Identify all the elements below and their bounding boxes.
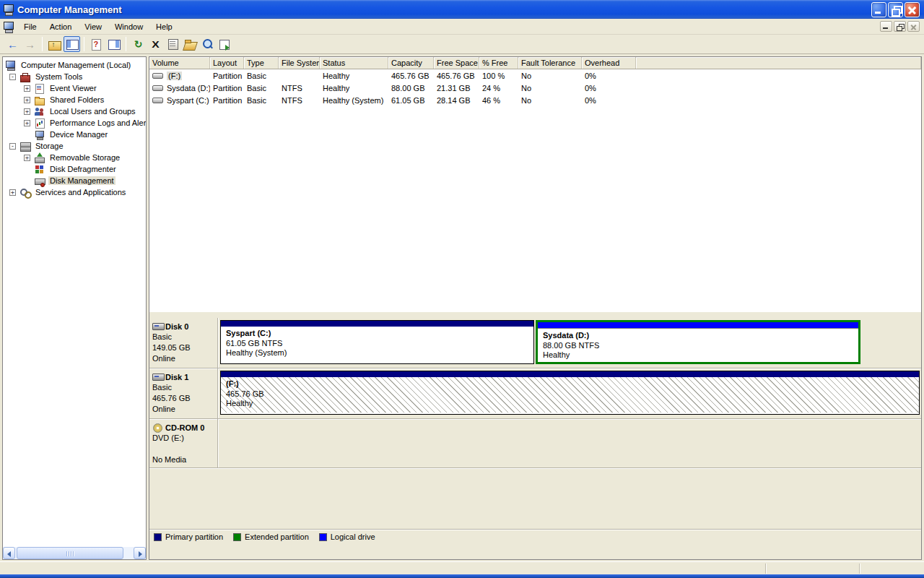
tree-horizontal-scrollbar[interactable] [3, 547, 146, 559]
volume-row-f[interactable]: (F:) Partition Basic Healthy 465.76 GB 4… [149, 69, 921, 82]
tree-item-label: Removable Storage [48, 153, 121, 162]
primary-partition-stripe [221, 371, 919, 377]
child-minimize-button[interactable] [880, 21, 892, 32]
cdrom0-label[interactable]: CD-ROM 0 DVD (E:) No Media [149, 419, 218, 467]
column-header-pct-free[interactable]: % Free [479, 57, 518, 69]
show-hide-console-tree-icon[interactable] [64, 36, 80, 52]
column-header-type[interactable]: Type [244, 57, 279, 69]
tree-item-label: Shared Folders [48, 95, 105, 104]
logical-drive-swatch [319, 533, 327, 541]
computer-management-window: Computer Management File Action View Win… [0, 0, 924, 578]
tree-item-label: Device Manager [48, 130, 109, 139]
tree-item-label: Disk Defragmenter [48, 165, 118, 173]
tree-item-system-tools[interactable]: - System Tools [3, 71, 146, 82]
scroll-right-icon[interactable] [134, 547, 146, 559]
tree-item-services-and-applications[interactable]: + Services and Applications [3, 186, 146, 198]
tree-item-disk-defragmenter[interactable]: Disk Defragmenter [3, 163, 146, 175]
menu-help[interactable]: Help [149, 20, 179, 33]
partition-syspart-c[interactable]: Syspart (C:) 61.05 GB NTFS Healthy (Syst… [220, 320, 534, 364]
child-restore-button[interactable] [894, 21, 906, 32]
expand-toggle[interactable]: + [24, 97, 30, 103]
toolbar: ← → ↻ X [0, 35, 924, 54]
menu-window[interactable]: Window [108, 20, 149, 33]
event-viewer-icon [34, 83, 45, 94]
column-header-capacity[interactable]: Capacity [388, 57, 434, 69]
removable-storage-icon [34, 152, 45, 163]
disk-defragmenter-icon [34, 164, 45, 175]
volume-row-sysdata-d[interactable]: Sysdata (D:) Partition Basic NTFS Health… [149, 82, 921, 94]
up-one-level-icon[interactable] [46, 36, 63, 52]
disk1-label[interactable]: Disk 1 Basic 465.76 GB Online [149, 368, 218, 418]
menu-action[interactable]: Action [43, 20, 79, 33]
tree-item-storage[interactable]: - Storage [3, 140, 146, 152]
tree-item-local-users-and-groups[interactable]: + Local Users and Groups [3, 105, 146, 117]
volume-list-header: Volume Layout Type File System Status Ca… [149, 57, 921, 69]
forward-icon[interactable]: → [22, 36, 38, 52]
column-header-overhead[interactable]: Overhead [582, 57, 636, 69]
device-manager-icon [34, 129, 45, 140]
export-list-icon[interactable] [217, 36, 233, 52]
partition-f-selected[interactable]: (F:) 465.76 GB Healthy [220, 371, 920, 415]
tree-item-device-manager[interactable]: Device Manager [3, 129, 146, 140]
disk0-label[interactable]: Disk 0 Basic 149.05 GB Online [149, 318, 218, 368]
tree-item-label: System Tools [34, 72, 84, 81]
delete-icon[interactable]: X [147, 36, 164, 52]
scrollbar-thumb[interactable] [17, 547, 123, 559]
help-icon[interactable] [88, 36, 105, 52]
tree-item-event-viewer[interactable]: + Event Viewer [3, 82, 146, 94]
tree-item-performance-logs[interactable]: + Performance Logs and Alerts [3, 117, 146, 129]
find-icon[interactable] [199, 36, 216, 52]
show-hide-detail-pane-icon[interactable] [105, 36, 122, 52]
tree-item-computer-management[interactable]: Computer Management (Local) [3, 59, 146, 71]
tree-item-disk-management[interactable]: Disk Management [3, 175, 146, 186]
expand-toggle[interactable]: + [9, 189, 16, 196]
titlebar[interactable]: Computer Management [0, 0, 924, 19]
disk-icon [152, 321, 164, 332]
restore-button[interactable] [888, 2, 903, 17]
expand-toggle[interactable]: + [24, 155, 30, 161]
volume-icon [152, 82, 164, 93]
console-icon [3, 21, 14, 33]
expand-toggle[interactable]: + [24, 108, 30, 115]
menu-view[interactable]: View [78, 20, 108, 33]
tree-item-shared-folders[interactable]: + Shared Folders [3, 94, 146, 105]
minimize-button[interactable] [871, 2, 886, 17]
properties-icon[interactable] [165, 36, 181, 52]
tree-item-removable-storage[interactable]: + Removable Storage [3, 152, 146, 163]
collapse-toggle[interactable]: - [9, 74, 16, 80]
expand-toggle[interactable]: + [24, 85, 30, 92]
child-close-button-disabled [907, 21, 920, 32]
volume-row-syspart-c[interactable]: Syspart (C:) Partition Basic NTFS Health… [149, 94, 921, 106]
disk-management-icon [34, 176, 45, 186]
collapse-toggle[interactable]: - [9, 143, 16, 150]
computer-icon [5, 60, 17, 71]
partition-sysdata-d[interactable]: Sysdata (D:) 88.00 GB NTFS Healthy [536, 320, 860, 364]
scrollbar-track[interactable] [15, 547, 134, 559]
tree-item-label: Event Viewer [48, 84, 98, 92]
services-icon [19, 187, 31, 198]
toolbar-separator [126, 37, 126, 51]
cdrom0-row: CD-ROM 0 DVD (E:) No Media [149, 419, 921, 468]
shared-folders-icon [34, 95, 45, 105]
window-bottom-border [0, 574, 924, 578]
tree-item-label: Local Users and Groups [48, 107, 137, 116]
refresh-icon[interactable]: ↻ [130, 36, 147, 52]
column-header-file-system[interactable]: File System [279, 57, 320, 69]
open-icon[interactable] [182, 36, 199, 52]
scroll-left-icon[interactable] [3, 547, 15, 559]
expand-toggle[interactable]: + [24, 120, 30, 126]
users-icon [34, 106, 45, 117]
column-header-fault-tolerance[interactable]: Fault Tolerance [518, 57, 582, 69]
primary-partition-stripe [221, 321, 533, 327]
column-header-layout[interactable]: Layout [210, 57, 244, 69]
toolbar-separator [42, 37, 43, 51]
menu-file[interactable]: File [17, 20, 43, 33]
column-header-volume[interactable]: Volume [149, 57, 210, 69]
volume-icon [152, 70, 164, 81]
close-button[interactable] [905, 2, 920, 17]
back-icon[interactable]: ← [4, 36, 21, 52]
column-header-status[interactable]: Status [320, 57, 388, 69]
legend-extended-partition: Extended partition [233, 532, 309, 541]
cdrom-empty-area [219, 419, 921, 467]
column-header-free-space[interactable]: Free Space [434, 57, 479, 69]
